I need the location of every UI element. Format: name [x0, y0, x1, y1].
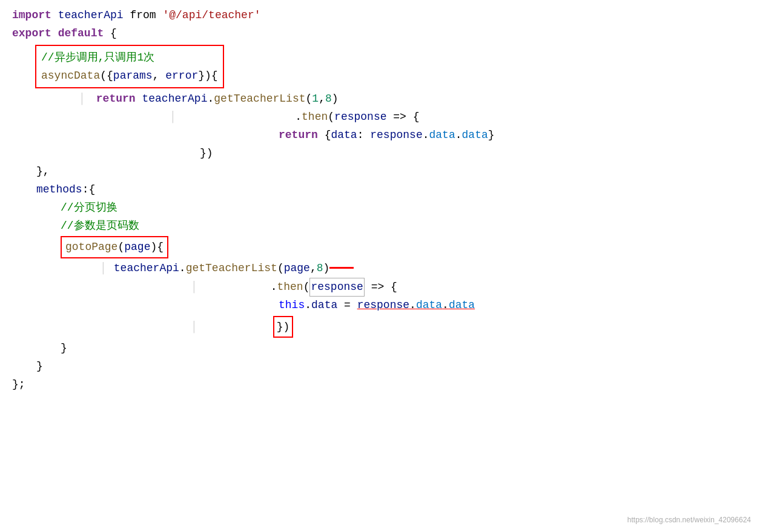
code-line-closesemi: };: [12, 375, 745, 393]
code-line-2: export default {: [12, 24, 745, 42]
key-data: data: [331, 126, 357, 144]
response-data1: response: [370, 126, 422, 144]
code-line-methods: methods:{: [12, 180, 745, 199]
brace-close-methods: }: [36, 358, 43, 375]
code-line-return2: return {data: response.data.data}: [12, 126, 745, 144]
comma2: ,: [319, 90, 325, 108]
fn-getteacherlist1: getTeacherList: [214, 90, 305, 108]
guide-v5: │: [191, 318, 269, 336]
fn-then1: then: [302, 108, 328, 126]
comment-async: //异步调用,只调用1次: [41, 49, 154, 67]
code-line-close1: }): [12, 144, 745, 162]
response-data2: response: [357, 297, 409, 314]
guide-v2: │: [170, 108, 294, 126]
num-8-2: 8: [317, 260, 323, 277]
code-line-close2: },: [12, 162, 745, 180]
comma3: ,: [310, 260, 317, 277]
paren-gotopage-close: ){: [150, 241, 164, 253]
paren-close2: ): [332, 90, 339, 108]
prop-this-data: data: [311, 297, 337, 314]
code-line-comment2: //分页切换: [12, 199, 745, 217]
var-teacherApi: teacherApi: [58, 7, 130, 24]
brace-open: {: [110, 25, 117, 42]
key-methods: methods: [36, 181, 82, 199]
prop-data1: data: [429, 126, 455, 144]
paren-open: ({: [100, 67, 113, 85]
equals: =: [337, 297, 357, 314]
keyword-import: import: [12, 7, 58, 24]
string-api-teacher: '@/api/teacher': [162, 7, 260, 24]
guide-v1: │: [79, 90, 85, 108]
code-line-asyncdata: asyncData({params, error}){: [41, 67, 218, 85]
paren-gotopage: (: [117, 241, 124, 253]
paren-then2a: (: [303, 278, 310, 296]
watermark: https://blog.csdn.net/weixin_42096624: [627, 514, 751, 526]
paren-close: }){: [198, 67, 217, 85]
param-response2: response: [311, 281, 363, 293]
code-line-closemethods: }: [12, 357, 745, 375]
param-error: error: [165, 67, 198, 85]
dot-this: .: [305, 297, 311, 314]
keyword-from: from: [130, 7, 162, 24]
dot-data2: .: [455, 126, 462, 144]
response-data-data1: data: [416, 297, 442, 314]
ref-teacherapi2: teacherApi: [114, 260, 179, 277]
code-line-then2: │ .then(response => {: [12, 278, 745, 297]
code-editor: import teacherApi from '@/api/teacher' e…: [0, 0, 757, 532]
param-response1: response: [334, 108, 386, 126]
dot-then1: .: [295, 108, 302, 126]
dot-resp-data2: .: [442, 297, 449, 314]
dot-resp-data1: .: [409, 297, 416, 314]
comma: ,: [153, 67, 166, 85]
keyword-return1: return: [96, 90, 142, 108]
brace-close-data: }: [488, 126, 495, 144]
prop-data2: data: [462, 126, 488, 144]
code-line-comment3: //参数是页码数: [12, 217, 745, 235]
keyword-return2: return: [279, 126, 325, 144]
brace-close-goto: }: [61, 340, 67, 357]
response-data-data2: data: [449, 297, 475, 314]
comment-param: //参数是页码数: [61, 217, 139, 235]
code-line-1: import teacherApi from '@/api/teacher': [12, 6, 745, 24]
keyword-this: this: [279, 297, 305, 314]
keyword-default: default: [58, 25, 110, 42]
code-line-teacherapi2: │ teacherApi.getTeacherList(page,8): [12, 260, 745, 278]
guide-v4: │: [191, 278, 269, 296]
num-1: 1: [312, 90, 319, 108]
fn-asyncdata: asyncData: [41, 67, 100, 85]
brace-close-export: };: [12, 376, 25, 393]
num-8-1: 8: [325, 90, 332, 108]
brace-data: {: [325, 126, 331, 144]
code-line-thisdata: this.data = response.data.data: [12, 297, 745, 315]
code-line-closegoto: }: [12, 339, 745, 357]
fn-then2: then: [277, 278, 303, 296]
dot2: .: [179, 260, 186, 277]
close-then2: }): [277, 321, 290, 333]
code-line-comment1: //异步调用,只调用1次: [41, 48, 218, 67]
fn-gotopage: gotoPage: [65, 241, 117, 253]
arrow2: => {: [365, 278, 397, 296]
ref-teacherapi1: teacherApi: [142, 90, 207, 108]
comment-paging: //分页切换: [61, 199, 117, 217]
guide-v3: │: [100, 260, 107, 277]
dot-data1: .: [423, 126, 429, 144]
bracket-indicator: response: [309, 278, 364, 297]
dot-then2: .: [271, 278, 277, 296]
paren4: ): [323, 260, 330, 277]
underline-getteacherlist: [329, 267, 354, 269]
dot1: .: [207, 90, 214, 108]
code-line-then1: │ .then(response => {: [12, 108, 745, 126]
arrow1: => {: [387, 108, 420, 126]
param-page: page: [124, 241, 150, 253]
colon1: :: [357, 126, 371, 144]
paren2: (: [306, 90, 312, 108]
colon-methods: :{: [82, 181, 96, 199]
paren3: (: [277, 260, 284, 277]
close-then1: }): [200, 145, 213, 162]
code-line-return1: │ return teacherApi.getTeacherList(1,8): [12, 90, 745, 108]
paren-then1: (: [328, 108, 334, 126]
keyword-export: export: [12, 25, 58, 42]
param-page2: page: [284, 260, 310, 277]
param-params: params: [113, 67, 153, 85]
fn-getteacherlist2: getTeacherList: [186, 260, 277, 277]
